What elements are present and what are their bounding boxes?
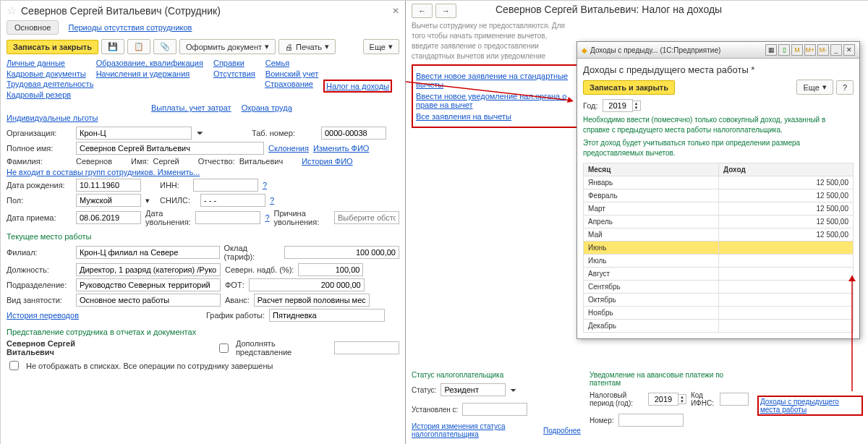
table-row[interactable]: Октябрь xyxy=(584,294,854,307)
table-row[interactable]: Июль xyxy=(584,255,854,268)
emp-field[interactable] xyxy=(76,294,221,307)
nav-back[interactable]: ← xyxy=(412,4,433,18)
ifns-field[interactable] xyxy=(720,393,749,406)
dlg-save-button[interactable]: Записать и закрыть xyxy=(583,80,675,95)
link-tax-notice[interactable]: Ввести новое уведомление нал.органа о пр… xyxy=(416,92,582,109)
num-field[interactable] xyxy=(618,414,684,427)
snils-help[interactable]: ? xyxy=(270,196,274,205)
reason-field[interactable] xyxy=(334,211,399,224)
table-row[interactable]: Сентябрь xyxy=(584,281,854,294)
table-row[interactable]: Август xyxy=(584,268,854,281)
supp-checkbox[interactable] xyxy=(219,343,229,353)
fire-field[interactable] xyxy=(195,211,260,224)
dob-field[interactable] xyxy=(76,179,141,192)
dept-label: Подразделение: xyxy=(7,281,72,289)
format-doc-button[interactable]: Оформить документ ▾ xyxy=(179,39,276,54)
link-std-deduct[interactable]: Ввести новое заявление на стандартные вы… xyxy=(416,72,582,89)
link-refs[interactable]: Справки xyxy=(213,59,255,67)
fire-help[interactable]: ? xyxy=(265,213,269,222)
link-activity[interactable]: Трудовая деятельность xyxy=(7,80,93,88)
tab-periods[interactable]: Периоды отсутствия сотрудников xyxy=(68,23,192,32)
hide-checkbox[interactable] xyxy=(9,361,19,370)
histfio-link[interactable]: История ФИО xyxy=(302,157,353,166)
link-reserve[interactable]: Кадровый резерв xyxy=(7,90,93,99)
period-spinner[interactable]: ▲▼ xyxy=(648,393,686,406)
changefio-link[interactable]: Изменить ФИО xyxy=(313,144,370,153)
dlg-calc-icon[interactable]: ▦ xyxy=(765,44,777,56)
status-title: Статус налогоплательщика xyxy=(412,371,581,379)
dlg-m-btn[interactable]: M xyxy=(791,44,803,56)
status-field[interactable] xyxy=(441,383,506,396)
nav-fwd[interactable]: → xyxy=(435,4,456,18)
pos-field[interactable] xyxy=(76,263,221,276)
hire-field[interactable] xyxy=(76,211,141,224)
link-benefits[interactable]: Индивидуальные льготы xyxy=(7,114,98,122)
table-row[interactable]: Декабрь xyxy=(584,320,854,333)
table-row[interactable]: Апрель12 500,00 xyxy=(584,215,854,229)
dlg-help-button[interactable]: ? xyxy=(836,80,854,95)
tab-field[interactable] xyxy=(321,127,386,140)
prev-income-link[interactable]: Доходы с предыдущего места работы xyxy=(757,396,863,416)
link-pay-acct[interactable]: Выплаты, учет затрат xyxy=(151,103,231,112)
since-field[interactable] xyxy=(462,403,527,416)
table-row[interactable]: Май12 500,00 xyxy=(584,229,854,242)
fot-field[interactable] xyxy=(249,278,365,291)
num-label: Номер: xyxy=(590,417,614,424)
print-button[interactable]: 🖨 Печать ▾ xyxy=(278,39,336,54)
transfer-hist-link[interactable]: История переводов xyxy=(7,311,79,320)
dlg-close-btn[interactable]: ✕ xyxy=(843,44,855,56)
link-insurance[interactable]: Страхование xyxy=(265,80,313,88)
link-personal[interactable]: Личные данные xyxy=(7,59,86,67)
table-row[interactable]: Июнь xyxy=(584,242,854,255)
supp-field[interactable] xyxy=(334,341,399,354)
link-safety[interactable]: Охрана труда xyxy=(242,103,292,112)
schedule-field[interactable] xyxy=(269,309,385,322)
groups-link[interactable]: Не входит в составы групп сотрудников. И… xyxy=(7,168,200,176)
link-income-tax[interactable]: Налог на доходы xyxy=(323,80,392,93)
north-field[interactable] xyxy=(298,263,363,276)
link-all-deduct[interactable]: Все заявления на вычеты xyxy=(416,112,582,121)
tab-main[interactable]: Основное xyxy=(7,20,59,35)
link-military[interactable]: Воинский учет xyxy=(265,69,318,78)
otch-val: Витальевич xyxy=(239,157,284,166)
dlg-mminus-btn[interactable]: M- xyxy=(817,44,829,56)
save-icon-button[interactable]: 💾 xyxy=(101,39,124,54)
sklon-link[interactable]: Склонения xyxy=(268,144,309,153)
table-row[interactable]: Ноябрь xyxy=(584,307,854,320)
star-icon[interactable]: ☆ xyxy=(7,4,17,17)
sex-field[interactable] xyxy=(76,194,141,207)
copy-icon-button[interactable]: 📋 xyxy=(127,39,150,54)
dlg-more-button[interactable]: Еще ▾ xyxy=(796,80,833,95)
table-row[interactable]: Март12 500,00 xyxy=(584,202,854,215)
dept-field[interactable] xyxy=(76,278,221,291)
close-icon[interactable]: ✕ xyxy=(392,6,399,16)
inn-help[interactable]: ? xyxy=(263,181,267,189)
snils-field[interactable] xyxy=(200,194,265,207)
org-field[interactable] xyxy=(76,127,192,140)
attach-icon-button[interactable]: 📎 xyxy=(153,39,176,54)
more-link[interactable]: Подробнее xyxy=(543,427,581,435)
salary-field[interactable] xyxy=(284,246,399,259)
link-absences[interactable]: Отсутствия xyxy=(213,69,255,78)
more-button[interactable]: Еще ▾ xyxy=(363,39,399,54)
fullname-field[interactable] xyxy=(76,142,264,155)
table-row[interactable]: Январь12 500,00 xyxy=(584,176,854,189)
save-button[interactable]: Записать и закрыть xyxy=(7,40,98,54)
link-payments[interactable]: Начисления и удержания xyxy=(96,69,203,78)
dlg-m-icon[interactable]: ▯ xyxy=(778,44,790,56)
dlg-mplus-btn[interactable]: M+ xyxy=(804,44,816,56)
year-spinner[interactable]: ▲▼ xyxy=(603,99,641,112)
link-hr-docs[interactable]: Кадровые документы xyxy=(7,69,86,78)
inn-label: ИНН: xyxy=(160,181,189,189)
branch-field[interactable] xyxy=(76,246,220,259)
org-lookup[interactable]: ⏷ xyxy=(196,129,204,137)
table-row[interactable]: Февраль12 500,00 xyxy=(584,189,854,202)
inn-field[interactable] xyxy=(193,179,258,192)
dlg-min-btn[interactable]: _ xyxy=(830,44,842,56)
advance-field[interactable] xyxy=(254,294,370,307)
col-month: Месяц xyxy=(584,163,719,176)
emp-label: Вид занятости: xyxy=(7,296,72,304)
link-education[interactable]: Образование, квалификация xyxy=(96,59,203,67)
link-family[interactable]: Семья xyxy=(265,59,318,67)
status-hist-link[interactable]: История изменения статуса налогоплательщ… xyxy=(412,422,531,438)
